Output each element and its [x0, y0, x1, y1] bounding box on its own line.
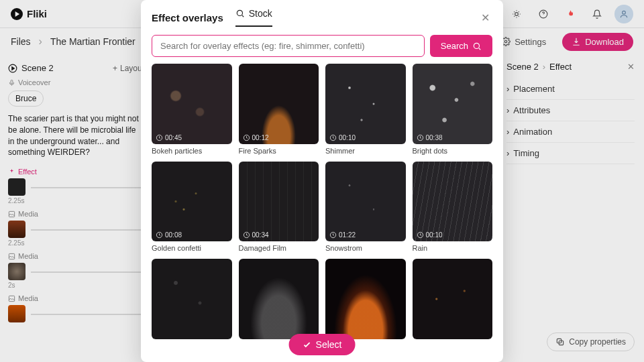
overlay-card[interactable]: [152, 259, 232, 339]
search-button[interactable]: Search: [430, 35, 492, 57]
overlay-grid: 00:45Bokeh particles00:12Fire Sparks00:1…: [141, 64, 503, 362]
overlay-label: Damaged Film: [239, 244, 319, 252]
overlay-thumb[interactable]: 00:08: [152, 162, 232, 242]
clock-icon: [156, 134, 163, 141]
overlay-card[interactable]: 00:12Fire Sparks: [239, 64, 319, 155]
overlay-thumb[interactable]: 00:12: [239, 64, 319, 144]
effect-overlays-modal: Effect overlays Stock ✕ Search 00:45Boke…: [141, 0, 503, 362]
overlay-search-input[interactable]: [152, 35, 425, 57]
overlay-label: Snowstrom: [325, 244, 406, 252]
clock-icon: [156, 231, 163, 239]
svg-point-11: [237, 10, 242, 15]
overlay-thumb[interactable]: [325, 259, 406, 339]
overlay-card[interactable]: 01:22Snowstrom: [325, 162, 406, 253]
overlay-thumb[interactable]: [239, 259, 319, 339]
select-button[interactable]: Select: [289, 334, 356, 355]
overlay-label: Shimmer: [325, 147, 406, 155]
svg-point-12: [474, 43, 479, 48]
check-icon: [303, 340, 312, 349]
clock-icon: [329, 134, 337, 141]
overlay-duration: 00:08: [156, 231, 182, 239]
modal-header: Effect overlays Stock ✕: [141, 0, 503, 27]
modal-title: Effect overlays: [152, 12, 223, 23]
overlay-duration: 01:22: [329, 231, 356, 239]
clock-icon: [417, 231, 424, 239]
overlay-duration: 00:12: [243, 134, 269, 141]
overlay-thumb[interactable]: 00:45: [152, 64, 232, 144]
overlay-card[interactable]: 00:08Golden confetti: [152, 162, 232, 253]
tab-stock[interactable]: Stock: [235, 8, 272, 27]
overlay-duration: 00:10: [417, 231, 443, 239]
overlay-label: Fire Sparks: [239, 147, 319, 155]
modal-search-row: Search: [141, 27, 503, 64]
search-icon: [472, 42, 482, 51]
overlay-card[interactable]: 00:34Damaged Film: [239, 162, 319, 253]
overlay-duration: 00:34: [243, 231, 269, 239]
overlay-card[interactable]: [239, 259, 319, 339]
overlay-thumb[interactable]: 00:10: [413, 162, 493, 242]
overlay-card[interactable]: 00:10Rain: [413, 162, 493, 253]
overlay-card[interactable]: 00:10Shimmer: [325, 64, 406, 155]
clock-icon: [243, 231, 250, 239]
overlay-thumb[interactable]: 00:34: [239, 162, 319, 242]
overlay-card[interactable]: [325, 259, 406, 339]
search-icon: [235, 9, 245, 18]
overlay-thumb[interactable]: 00:38: [413, 64, 493, 144]
overlay-thumb[interactable]: 00:10: [325, 64, 406, 144]
overlay-thumb[interactable]: 01:22: [325, 162, 406, 242]
overlay-label: Rain: [413, 244, 493, 252]
overlay-duration: 00:45: [156, 134, 182, 141]
overlay-label: Golden confetti: [152, 244, 232, 252]
overlay-card[interactable]: 00:45Bokeh particles: [152, 64, 232, 155]
overlay-label: Bokeh particles: [152, 147, 232, 155]
overlay-card[interactable]: 00:38Bright dots: [413, 64, 493, 155]
overlay-card[interactable]: [413, 259, 493, 339]
overlay-label: Bright dots: [413, 147, 493, 155]
clock-icon: [243, 134, 250, 141]
overlay-thumb[interactable]: [152, 259, 232, 339]
overlay-duration: 00:38: [417, 134, 443, 141]
overlay-duration: 00:10: [329, 134, 356, 141]
overlay-thumb[interactable]: [413, 259, 493, 339]
clock-icon: [329, 231, 337, 239]
clock-icon: [417, 134, 424, 141]
modal-close-button[interactable]: ✕: [478, 9, 492, 27]
